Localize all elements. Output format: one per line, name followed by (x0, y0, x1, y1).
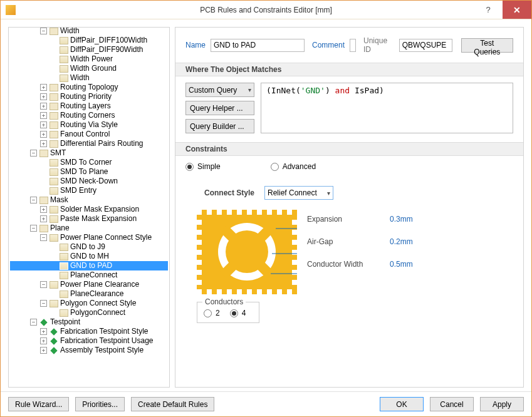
svg-rect-12 (207, 289, 212, 294)
tree-item[interactable]: +Differential Pairs Routing (10, 139, 168, 148)
rules-tree[interactable]: −WidthDiffPair_DIFF100WidthDiffPair_DIFF… (8, 27, 170, 388)
connect-style-select[interactable]: Relief Connect ▾ (264, 186, 333, 200)
conductors-4-radio[interactable]: 4 (230, 309, 246, 317)
simple-radio[interactable]: Simple (185, 162, 221, 171)
testpt-icon (50, 347, 58, 354)
tree-item[interactable]: DiffPair_DIFF90Width (10, 45, 168, 54)
query-builder-button[interactable]: Query Builder ... (185, 119, 254, 133)
tree-item[interactable]: SMD Entry (10, 186, 168, 195)
expand-toggle-icon[interactable]: + (40, 215, 47, 222)
expand-toggle-icon[interactable]: + (40, 337, 47, 344)
tree-item[interactable]: Width Power (10, 54, 168, 64)
uniqueid-label: Unique ID (363, 36, 394, 54)
cat-icon (50, 84, 58, 91)
tree-item[interactable]: SMD To Corner (10, 158, 168, 167)
tree-item[interactable]: −Polygon Connect Style (10, 299, 168, 308)
expand-toggle-icon[interactable]: + (40, 347, 47, 354)
expand-toggle-icon[interactable]: + (40, 121, 47, 128)
conductors-2-radio[interactable]: 2 (204, 309, 220, 317)
tree-item[interactable]: PlaneConnect (10, 270, 168, 280)
tree-item[interactable]: +Routing Corners (10, 111, 168, 120)
create-default-rules-button[interactable]: Create Default Rules (131, 397, 214, 411)
svg-rect-32 (292, 260, 297, 265)
svg-rect-23 (197, 240, 202, 245)
rule-icon (60, 262, 68, 270)
tree-item[interactable]: +Fanout Control (10, 130, 168, 139)
tree-item[interactable]: −Mask (10, 195, 168, 205)
priorities-button[interactable]: Priorities... (75, 397, 125, 411)
tree-item-label: Power Plane Clearance (60, 280, 139, 289)
tree-item[interactable]: −SMT (10, 148, 168, 158)
tree-item[interactable]: SMD Neck-Down (10, 177, 168, 186)
cat-icon (50, 140, 58, 148)
expand-toggle-icon[interactable]: − (30, 197, 37, 203)
tree-item[interactable]: +Routing Via Style (10, 120, 168, 130)
tree-item[interactable]: +Routing Topology (10, 83, 168, 92)
tree-item[interactable]: PolygonConnect (10, 308, 168, 317)
tree-item[interactable]: GND to PAD (10, 261, 168, 270)
tree-item[interactable]: GND to MH (10, 252, 168, 261)
comment-input[interactable] (350, 39, 356, 52)
tree-item[interactable]: +Assembly Testpoint Style (10, 346, 168, 355)
expand-toggle-icon[interactable]: − (30, 150, 37, 157)
expand-toggle-icon[interactable]: − (40, 234, 47, 241)
tree-item[interactable]: −Testpoint (10, 317, 168, 327)
expand-toggle-icon[interactable]: + (40, 103, 47, 110)
expand-toggle-icon[interactable]: + (40, 328, 47, 335)
tree-item[interactable]: +Solder Mask Expansion (10, 205, 168, 214)
tree-item[interactable]: −Width (10, 27, 168, 36)
tree-item-label: Fabrication Testpoint Usage (60, 336, 154, 346)
expand-toggle-icon[interactable]: + (40, 140, 47, 147)
tree-item[interactable]: Width Ground (10, 64, 168, 73)
rule-wizard-button[interactable]: Rule Wizard... (8, 397, 69, 411)
match-type-dropdown[interactable]: Custom Query ▾ (185, 83, 254, 97)
svg-rect-30 (292, 240, 297, 245)
name-input[interactable] (211, 39, 305, 52)
tree-item[interactable]: DiffPair_DIFF100Width (10, 36, 168, 45)
expand-toggle-icon[interactable]: − (30, 225, 37, 232)
tree-item[interactable]: SMD To Plane (10, 167, 168, 177)
expand-toggle-icon[interactable]: − (40, 281, 47, 288)
tree-item[interactable]: GND to J9 (10, 242, 168, 252)
advanced-radio[interactable]: Advanced (271, 162, 316, 171)
tree-item[interactable]: Width (10, 73, 168, 83)
tree-item[interactable]: −Power Plane Clearance (10, 280, 168, 289)
tree-spacer (50, 65, 57, 72)
expand-toggle-icon[interactable]: − (30, 319, 37, 326)
close-button[interactable]: ✕ (503, 1, 531, 19)
tree-item[interactable]: +Fabrication Testpoint Style (10, 327, 168, 336)
tree-spacer (50, 75, 57, 81)
airgap-value[interactable]: 0.2mm (390, 237, 413, 246)
tree-item[interactable]: −Power Plane Connect Style (10, 233, 168, 242)
apply-button[interactable]: Apply (480, 397, 524, 411)
expand-toggle-icon[interactable]: + (40, 131, 47, 138)
tree-item[interactable]: +Fabrication Testpoint Usage (10, 336, 168, 346)
cancel-button[interactable]: Cancel (430, 397, 474, 411)
svg-rect-27 (197, 280, 202, 285)
tree-item[interactable]: −Plane (10, 224, 168, 233)
query-textbox[interactable]: (InNet('GND') and IsPad) (261, 83, 513, 133)
cat-icon (50, 121, 58, 129)
query-helper-button[interactable]: Query Helper ... (185, 101, 254, 115)
tree-spacer (40, 178, 47, 185)
help-button[interactable]: ? (474, 1, 503, 19)
tree-item[interactable]: +Routing Priority (10, 92, 168, 101)
tree-item-label: Paste Mask Expansion (60, 214, 137, 224)
expand-toggle-icon[interactable]: + (40, 84, 47, 91)
expand-toggle-icon[interactable]: − (40, 28, 47, 34)
expand-toggle-icon[interactable]: + (40, 112, 47, 119)
expansion-value[interactable]: 0.3mm (390, 215, 413, 224)
svg-rect-13 (217, 289, 222, 294)
conductor-width-value[interactable]: 0.5mm (390, 260, 413, 269)
expand-toggle-icon[interactable]: − (40, 300, 47, 307)
expand-toggle-icon[interactable]: + (40, 206, 47, 213)
tree-item[interactable]: +Routing Layers (10, 101, 168, 111)
tree-item[interactable]: PlaneClearance (10, 289, 168, 299)
expand-toggle-icon[interactable]: + (40, 93, 47, 100)
test-queries-button[interactable]: Test Queries (461, 38, 513, 53)
tree-spacer (50, 244, 57, 250)
tree-item[interactable]: +Paste Mask Expansion (10, 214, 168, 224)
rule-icon (50, 168, 58, 176)
uniqueid-input[interactable] (399, 39, 452, 52)
ok-button[interactable]: OK (380, 397, 424, 411)
